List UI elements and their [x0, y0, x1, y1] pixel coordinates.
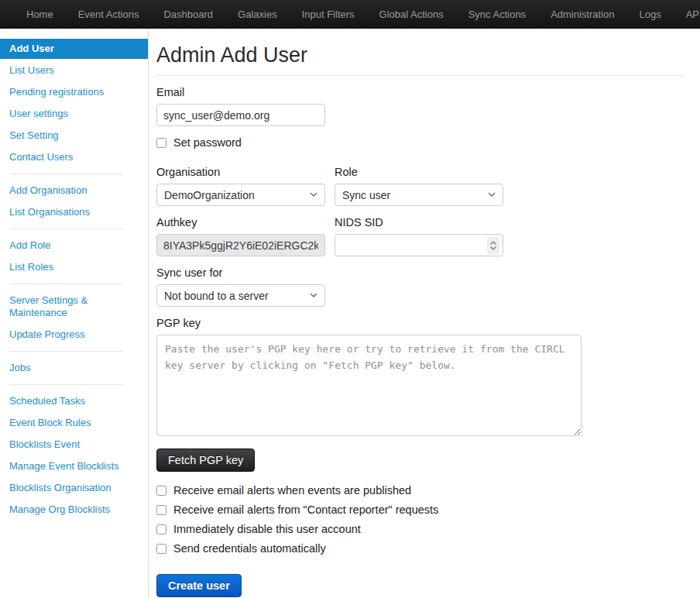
pgp-key-label: PGP key: [156, 317, 685, 329]
nav-item-logs[interactable]: Logs: [627, 0, 674, 29]
set-password-label: Set password: [173, 136, 242, 149]
sidebar-item-update-progress[interactable]: Update Progress: [0, 325, 148, 345]
authkey-field: [156, 234, 325, 256]
number-stepper[interactable]: [487, 237, 499, 254]
email-alerts-label: Receive email alerts when events are pub…: [173, 484, 411, 497]
sidebar-item-server-settings-maintenance[interactable]: Server Settings & Maintenance: [0, 290, 148, 323]
nav-item-administration[interactable]: Administration: [538, 0, 626, 29]
email-field[interactable]: [156, 104, 325, 126]
disable-account-label: Immediately disable this user account: [173, 523, 361, 535]
nav-item-input-filters[interactable]: Input Filters: [290, 0, 367, 29]
organisation-label: Organisation: [156, 166, 325, 178]
user-options-group: Receive email alerts when events are pub…: [156, 484, 685, 555]
sidebar-item-scheduled-tasks[interactable]: Scheduled Tasks: [0, 391, 148, 411]
sidebar-item-pending-registrations[interactable]: Pending registrations: [0, 82, 148, 102]
contact-reporter-label: Receive email alerts from "Contact repor…: [173, 503, 438, 516]
checkbox-row-disable-account: Immediately disable this user account: [156, 523, 685, 535]
disable-account-checkbox[interactable]: [156, 524, 166, 534]
chevron-down-icon: [310, 192, 317, 198]
nids-sid-field[interactable]: [335, 234, 503, 256]
nav-item-global-actions[interactable]: Global Actions: [367, 0, 456, 29]
checkbox-row-email-alerts: Receive email alerts when events are pub…: [156, 484, 685, 497]
sidebar-item-manage-event-blocklists[interactable]: Manage Event Blocklists: [0, 456, 148, 476]
sync-user-for-select[interactable]: Not bound to a server: [156, 284, 325, 307]
sidebar-item-set-setting[interactable]: Set Setting: [0, 125, 148, 146]
role-select[interactable]: Sync user: [335, 184, 503, 206]
main-content: Admin Add User Email Set password Organi…: [149, 29, 700, 598]
sidebar-item-list-roles[interactable]: List Roles: [0, 257, 148, 277]
chevron-down-icon: [310, 293, 317, 298]
set-password-row: Set password: [156, 136, 685, 149]
organisation-selected-value: DemoOrganization: [164, 189, 255, 201]
nav-item-home[interactable]: Home: [14, 0, 66, 29]
nav-item-galaxies[interactable]: Galaxies: [225, 0, 290, 29]
sidebar-item-jobs[interactable]: Jobs: [0, 358, 148, 378]
sidebar-item-event-block-rules[interactable]: Event Block Rules: [0, 413, 148, 433]
stepper-down-icon: [490, 246, 496, 250]
fetch-pgp-key-button[interactable]: Fetch PGP key: [156, 448, 255, 472]
pgp-key-textarea[interactable]: [156, 335, 582, 436]
nav-item-event-actions[interactable]: Event Actions: [66, 0, 152, 29]
sidebar-divider: [9, 384, 123, 385]
checkbox-row-send-credentials: Send credentials automatically: [156, 542, 685, 555]
sidebar-item-blocklists-organisation[interactable]: Blocklists Organisation: [0, 478, 148, 498]
contact-reporter-checkbox[interactable]: [156, 505, 166, 515]
email-label: Email: [156, 86, 685, 98]
set-password-checkbox[interactable]: [156, 138, 166, 148]
send-credentials-checkbox[interactable]: [156, 544, 166, 554]
sidebar-divider: [9, 351, 123, 352]
checkbox-row-contact-reporter: Receive email alerts from "Contact repor…: [156, 503, 685, 516]
nav-item-api[interactable]: API: [674, 0, 700, 29]
sync-user-for-selected-value: Not bound to a server: [164, 290, 269, 302]
admin-sidebar: Add User List Users Pending registration…: [0, 29, 149, 598]
sidebar-item-blocklists-event[interactable]: Blocklists Event: [0, 435, 148, 455]
chevron-down-icon: [488, 192, 496, 198]
sidebar-item-contact-users[interactable]: Contact Users: [0, 147, 148, 167]
sidebar-divider: [9, 229, 123, 229]
add-user-form: Email Set password Organisation DemoOrga…: [156, 86, 685, 598]
sidebar-divider: [9, 284, 123, 284]
sidebar-divider: [9, 174, 123, 174]
nav-item-sync-actions[interactable]: Sync Actions: [456, 0, 538, 29]
role-selected-value: Sync user: [342, 189, 390, 201]
organisation-select[interactable]: DemoOrganization: [156, 184, 325, 206]
sidebar-item-list-users[interactable]: List Users: [0, 60, 148, 81]
top-navbar: Home Event Actions Dashboard Galaxies In…: [0, 0, 700, 29]
authkey-label: Authkey: [156, 216, 325, 229]
send-credentials-label: Send credentials automatically: [173, 542, 326, 555]
sidebar-item-add-user[interactable]: Add User: [0, 39, 148, 59]
sidebar-item-add-role[interactable]: Add Role: [0, 235, 148, 256]
sidebar-item-manage-org-blocklists[interactable]: Manage Org Blocklists: [0, 500, 148, 520]
sidebar-item-list-organisations[interactable]: List Organisations: [0, 202, 148, 222]
stepper-up-icon: [490, 241, 496, 245]
email-alerts-checkbox[interactable]: [156, 486, 166, 496]
sidebar-item-user-settings[interactable]: User settings: [0, 104, 148, 124]
role-label: Role: [335, 166, 503, 178]
sidebar-item-add-organisation[interactable]: Add Organisation: [0, 180, 148, 201]
nav-item-dashboard[interactable]: Dashboard: [151, 0, 225, 29]
sync-user-for-label: Sync user for: [156, 266, 685, 279]
page-title: Admin Add User: [156, 43, 685, 76]
create-user-button[interactable]: Create user: [156, 574, 242, 597]
nids-sid-label: NIDS SID: [335, 216, 503, 229]
